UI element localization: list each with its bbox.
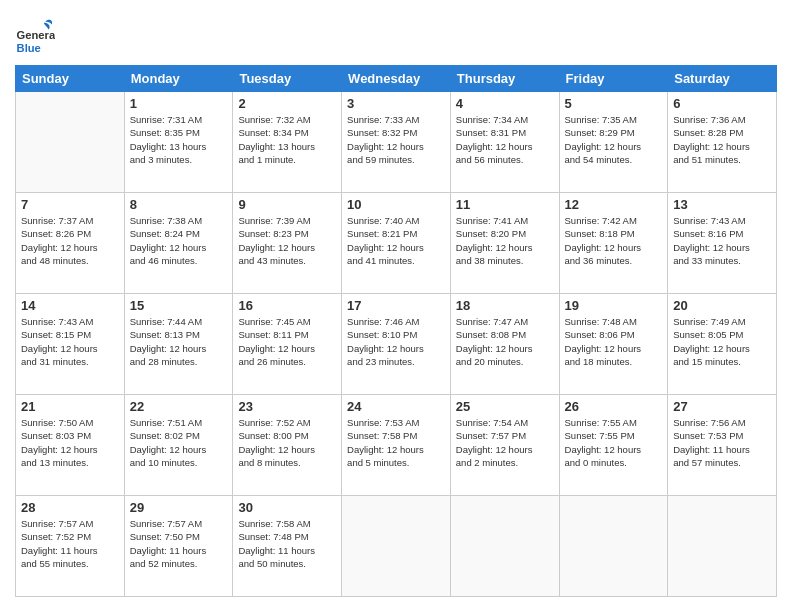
day-cell: 10Sunrise: 7:40 AM Sunset: 8:21 PM Dayli… (342, 193, 451, 294)
svg-text:Blue: Blue (17, 42, 41, 54)
day-number: 10 (347, 197, 445, 212)
day-cell: 22Sunrise: 7:51 AM Sunset: 8:02 PM Dayli… (124, 395, 233, 496)
day-number: 27 (673, 399, 771, 414)
calendar-header-row: SundayMondayTuesdayWednesdayThursdayFrid… (16, 66, 777, 92)
day-cell: 25Sunrise: 7:54 AM Sunset: 7:57 PM Dayli… (450, 395, 559, 496)
col-header-saturday: Saturday (668, 66, 777, 92)
week-row-2: 7Sunrise: 7:37 AM Sunset: 8:26 PM Daylig… (16, 193, 777, 294)
day-number: 14 (21, 298, 119, 313)
col-header-thursday: Thursday (450, 66, 559, 92)
day-cell: 3Sunrise: 7:33 AM Sunset: 8:32 PM Daylig… (342, 92, 451, 193)
day-cell: 14Sunrise: 7:43 AM Sunset: 8:15 PM Dayli… (16, 294, 125, 395)
day-number: 30 (238, 500, 336, 515)
day-number: 21 (21, 399, 119, 414)
day-info: Sunrise: 7:32 AM Sunset: 8:34 PM Dayligh… (238, 113, 336, 166)
day-cell: 26Sunrise: 7:55 AM Sunset: 7:55 PM Dayli… (559, 395, 668, 496)
day-cell: 23Sunrise: 7:52 AM Sunset: 8:00 PM Dayli… (233, 395, 342, 496)
day-info: Sunrise: 7:43 AM Sunset: 8:16 PM Dayligh… (673, 214, 771, 267)
day-number: 17 (347, 298, 445, 313)
day-info: Sunrise: 7:40 AM Sunset: 8:21 PM Dayligh… (347, 214, 445, 267)
day-info: Sunrise: 7:43 AM Sunset: 8:15 PM Dayligh… (21, 315, 119, 368)
day-cell: 8Sunrise: 7:38 AM Sunset: 8:24 PM Daylig… (124, 193, 233, 294)
day-info: Sunrise: 7:36 AM Sunset: 8:28 PM Dayligh… (673, 113, 771, 166)
day-number: 29 (130, 500, 228, 515)
logo: General Blue (15, 15, 59, 55)
day-info: Sunrise: 7:51 AM Sunset: 8:02 PM Dayligh… (130, 416, 228, 469)
day-number: 1 (130, 96, 228, 111)
day-cell: 12Sunrise: 7:42 AM Sunset: 8:18 PM Dayli… (559, 193, 668, 294)
day-info: Sunrise: 7:55 AM Sunset: 7:55 PM Dayligh… (565, 416, 663, 469)
day-number: 15 (130, 298, 228, 313)
day-info: Sunrise: 7:47 AM Sunset: 8:08 PM Dayligh… (456, 315, 554, 368)
svg-text:General: General (17, 29, 55, 41)
day-number: 2 (238, 96, 336, 111)
day-number: 18 (456, 298, 554, 313)
day-cell (668, 496, 777, 597)
day-cell: 21Sunrise: 7:50 AM Sunset: 8:03 PM Dayli… (16, 395, 125, 496)
day-info: Sunrise: 7:41 AM Sunset: 8:20 PM Dayligh… (456, 214, 554, 267)
day-cell (342, 496, 451, 597)
day-cell: 9Sunrise: 7:39 AM Sunset: 8:23 PM Daylig… (233, 193, 342, 294)
day-number: 20 (673, 298, 771, 313)
day-info: Sunrise: 7:33 AM Sunset: 8:32 PM Dayligh… (347, 113, 445, 166)
col-header-tuesday: Tuesday (233, 66, 342, 92)
day-cell: 13Sunrise: 7:43 AM Sunset: 8:16 PM Dayli… (668, 193, 777, 294)
day-number: 23 (238, 399, 336, 414)
day-number: 6 (673, 96, 771, 111)
day-info: Sunrise: 7:57 AM Sunset: 7:52 PM Dayligh… (21, 517, 119, 570)
day-number: 9 (238, 197, 336, 212)
day-number: 3 (347, 96, 445, 111)
day-number: 24 (347, 399, 445, 414)
day-number: 26 (565, 399, 663, 414)
day-number: 22 (130, 399, 228, 414)
day-info: Sunrise: 7:52 AM Sunset: 8:00 PM Dayligh… (238, 416, 336, 469)
day-cell: 11Sunrise: 7:41 AM Sunset: 8:20 PM Dayli… (450, 193, 559, 294)
day-info: Sunrise: 7:35 AM Sunset: 8:29 PM Dayligh… (565, 113, 663, 166)
day-info: Sunrise: 7:54 AM Sunset: 7:57 PM Dayligh… (456, 416, 554, 469)
day-cell: 29Sunrise: 7:57 AM Sunset: 7:50 PM Dayli… (124, 496, 233, 597)
day-number: 25 (456, 399, 554, 414)
day-cell: 24Sunrise: 7:53 AM Sunset: 7:58 PM Dayli… (342, 395, 451, 496)
day-cell: 7Sunrise: 7:37 AM Sunset: 8:26 PM Daylig… (16, 193, 125, 294)
day-cell: 1Sunrise: 7:31 AM Sunset: 8:35 PM Daylig… (124, 92, 233, 193)
week-row-3: 14Sunrise: 7:43 AM Sunset: 8:15 PM Dayli… (16, 294, 777, 395)
col-header-sunday: Sunday (16, 66, 125, 92)
day-cell (450, 496, 559, 597)
day-info: Sunrise: 7:34 AM Sunset: 8:31 PM Dayligh… (456, 113, 554, 166)
day-number: 5 (565, 96, 663, 111)
day-info: Sunrise: 7:42 AM Sunset: 8:18 PM Dayligh… (565, 214, 663, 267)
week-row-5: 28Sunrise: 7:57 AM Sunset: 7:52 PM Dayli… (16, 496, 777, 597)
day-cell: 30Sunrise: 7:58 AM Sunset: 7:48 PM Dayli… (233, 496, 342, 597)
week-row-4: 21Sunrise: 7:50 AM Sunset: 8:03 PM Dayli… (16, 395, 777, 496)
week-row-1: 1Sunrise: 7:31 AM Sunset: 8:35 PM Daylig… (16, 92, 777, 193)
day-info: Sunrise: 7:45 AM Sunset: 8:11 PM Dayligh… (238, 315, 336, 368)
col-header-friday: Friday (559, 66, 668, 92)
day-number: 13 (673, 197, 771, 212)
day-cell: 28Sunrise: 7:57 AM Sunset: 7:52 PM Dayli… (16, 496, 125, 597)
day-cell: 17Sunrise: 7:46 AM Sunset: 8:10 PM Dayli… (342, 294, 451, 395)
page: General Blue SundayMondayTuesdayWednesda… (0, 0, 792, 612)
day-number: 8 (130, 197, 228, 212)
day-info: Sunrise: 7:50 AM Sunset: 8:03 PM Dayligh… (21, 416, 119, 469)
day-number: 12 (565, 197, 663, 212)
col-header-monday: Monday (124, 66, 233, 92)
day-number: 28 (21, 500, 119, 515)
day-number: 7 (21, 197, 119, 212)
day-info: Sunrise: 7:58 AM Sunset: 7:48 PM Dayligh… (238, 517, 336, 570)
day-cell: 20Sunrise: 7:49 AM Sunset: 8:05 PM Dayli… (668, 294, 777, 395)
day-number: 19 (565, 298, 663, 313)
day-cell (16, 92, 125, 193)
logo-icon: General Blue (15, 15, 55, 55)
day-info: Sunrise: 7:37 AM Sunset: 8:26 PM Dayligh… (21, 214, 119, 267)
day-cell: 19Sunrise: 7:48 AM Sunset: 8:06 PM Dayli… (559, 294, 668, 395)
day-info: Sunrise: 7:53 AM Sunset: 7:58 PM Dayligh… (347, 416, 445, 469)
day-info: Sunrise: 7:48 AM Sunset: 8:06 PM Dayligh… (565, 315, 663, 368)
day-cell: 15Sunrise: 7:44 AM Sunset: 8:13 PM Dayli… (124, 294, 233, 395)
day-cell: 16Sunrise: 7:45 AM Sunset: 8:11 PM Dayli… (233, 294, 342, 395)
day-cell: 18Sunrise: 7:47 AM Sunset: 8:08 PM Dayli… (450, 294, 559, 395)
day-info: Sunrise: 7:38 AM Sunset: 8:24 PM Dayligh… (130, 214, 228, 267)
day-info: Sunrise: 7:57 AM Sunset: 7:50 PM Dayligh… (130, 517, 228, 570)
day-number: 4 (456, 96, 554, 111)
day-info: Sunrise: 7:56 AM Sunset: 7:53 PM Dayligh… (673, 416, 771, 469)
day-info: Sunrise: 7:44 AM Sunset: 8:13 PM Dayligh… (130, 315, 228, 368)
